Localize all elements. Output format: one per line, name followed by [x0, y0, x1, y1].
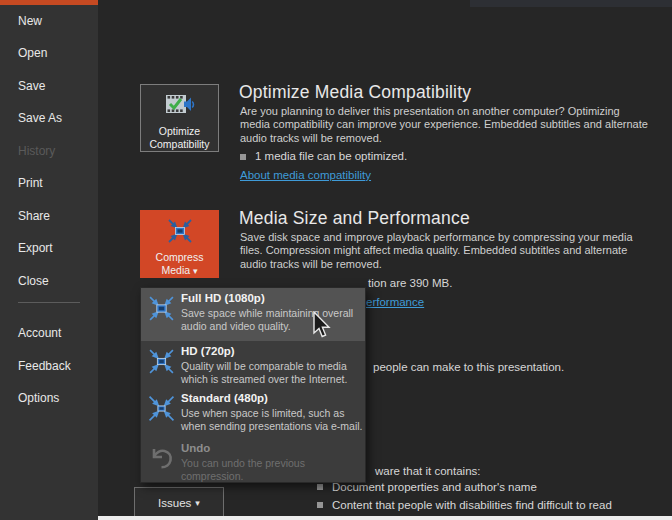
inspect-bullet-row: Content that people with disabilities fi… [317, 499, 612, 511]
sidebar-item-feedback[interactable]: Feedback [18, 359, 71, 373]
issues-button-label: Issues [158, 497, 191, 509]
menu-item-title: Full HD (1080p) [181, 292, 265, 304]
media-size-bullet-fragment: tion are 390 MB. [368, 277, 452, 289]
sidebar-item-close[interactable]: Close [18, 274, 49, 288]
sidebar-item-options[interactable]: Options [18, 391, 59, 405]
bullet-square-icon [317, 502, 323, 508]
sidebar-item-new[interactable]: New [18, 14, 42, 28]
window-bottom-edge [98, 516, 672, 520]
optimize-compatibility-button[interactable]: Optimize Compatibility [140, 84, 219, 152]
media-section-title: Media Size and Performance [239, 208, 470, 229]
sidebar-accent-bar [0, 0, 98, 5]
sidebar-item-open[interactable]: Open [18, 46, 47, 60]
sidebar-divider [18, 302, 80, 303]
bullet-square-icon [317, 484, 323, 490]
sidebar-item-export[interactable]: Export [18, 241, 53, 255]
inspect-bullet-text: Content that people with disabilities fi… [332, 499, 612, 511]
about-media-compatibility-link[interactable]: About media compatibility [240, 169, 371, 181]
bullet-square-icon [240, 154, 246, 160]
compress-film-icon [148, 295, 175, 326]
sidebar-item-save[interactable]: Save [18, 79, 45, 93]
protect-section-text-fragment: people can make to this presentation. [373, 361, 564, 373]
menu-item-undo: Undo You can undo the previous compressi… [141, 438, 365, 484]
optimize-section-title: Optimize Media Compatibility [239, 82, 471, 103]
inspect-intro-fragment: ware that it contains: [375, 465, 480, 477]
menu-item-title: Standard (480p) [181, 392, 268, 404]
sidebar-item-share[interactable]: Share [18, 209, 50, 223]
about-media-size-link-fragment[interactable]: erformance [366, 296, 424, 308]
menu-item-description: You can undo the previous compression. [181, 457, 305, 482]
check-for-issues-button[interactable]: Issues ▾ [134, 487, 224, 518]
menu-item-hd-720p[interactable]: HD (720p) Quality will be comparable to … [141, 341, 365, 388]
chevron-down-icon: ▾ [195, 498, 200, 508]
sidebar-item-print[interactable]: Print [18, 176, 43, 190]
mouse-cursor [313, 311, 333, 345]
optimize-bullet-text: 1 media file can be optimized. [255, 150, 407, 162]
chevron-down-icon: ▾ [193, 266, 198, 276]
media-section-description: Save disk space and improve playback per… [240, 231, 633, 271]
backstage-sidebar: New Open Save Save As History Print Shar… [0, 0, 98, 520]
undo-arrow-icon [146, 443, 176, 477]
compress-media-button[interactable]: Compress Media ▾ [140, 210, 219, 278]
menu-item-standard-480p[interactable]: Standard (480p) Use when space is limite… [141, 388, 365, 438]
sidebar-item-account[interactable]: Account [18, 326, 61, 340]
powerpoint-backstage-info-page: New Open Save Save As History Print Shar… [0, 0, 672, 520]
sidebar-item-save-as[interactable]: Save As [18, 111, 62, 125]
optimize-bullet-row: 1 media file can be optimized. [240, 150, 407, 162]
compress-media-icon [166, 218, 194, 248]
sidebar-item-history: History [18, 144, 55, 158]
compress-media-button-label: Compress Media ▾ [142, 251, 218, 277]
menu-item-description: Use when space is limited, such as when … [181, 407, 363, 432]
window-top-edge [470, 0, 672, 7]
menu-item-description: Quality will be comparable to media whic… [181, 360, 347, 385]
compress-film-icon [148, 348, 175, 379]
optimize-compatibility-button-label: Optimize Compatibility [142, 125, 218, 150]
compress-film-icon [148, 395, 175, 426]
menu-item-title: HD (720p) [181, 345, 235, 357]
menu-item-title: Undo [181, 442, 210, 454]
optimize-compatibility-icon [165, 92, 195, 122]
optimize-section-description: Are you planning to deliver this present… [240, 105, 648, 145]
